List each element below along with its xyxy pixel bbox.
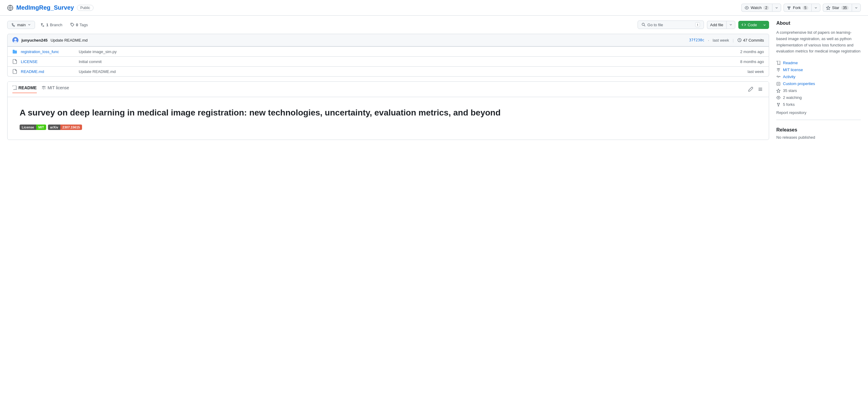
license-badge: License MIT [20,125,46,130]
mit-license-tab-label: MIT license [48,85,69,90]
license-badge-label: License [20,125,36,130]
fork-button[interactable]: Fork 5 [783,4,811,12]
sidebar-link-readme[interactable]: Readme [776,59,861,66]
raw-readme-button[interactable] [757,86,764,93]
commit-author-avatar [12,37,19,43]
folder-icon [12,49,17,54]
repo-globe-icon [7,5,13,11]
pencil-icon [748,87,753,92]
file-name-folder[interactable]: registration_loss_func [21,50,75,54]
history-icon [737,38,742,42]
branch-count-item[interactable]: 1 Branch [38,23,65,27]
file-table: registration_loss_func Update image_sim.… [7,46,769,76]
toolbar: main 1 Branch 0 Tags [7,21,769,29]
commits-label: 47 Commits [743,38,764,42]
sidebar-link-custom-properties[interactable]: Custom properties [776,80,861,87]
sidebar-link-activity[interactable]: Activity [776,73,861,80]
tab-mit-license[interactable]: MIT license [42,85,69,93]
sidebar-link-license[interactable]: MIT license [776,66,861,73]
sidebar-link-watching[interactable]: 2 watching [776,94,861,101]
table-row: LICENSE Initial commit 8 months ago [7,56,769,66]
file-time-readme: last week [728,69,764,74]
book-icon [12,86,17,90]
file-name-readme[interactable]: README.md [21,69,75,74]
tab-readme[interactable]: README [12,85,37,93]
file-icon-readme [12,69,17,74]
eye-sidebar-icon [776,96,780,100]
sidebar-link-forks[interactable]: 5 forks [776,101,861,108]
add-file-button[interactable]: Add file [707,21,726,29]
code-dropdown-button[interactable] [760,21,769,29]
about-description: A comprehensive list of papers on learni… [776,30,861,55]
star-button[interactable]: Star 35 [823,4,852,12]
activity-link[interactable]: Activity [783,74,795,79]
readme-actions [747,86,764,93]
commit-meta: 37f230c · last week | 47 Commits [689,38,764,42]
watch-btn-group: Watch 2 [741,4,781,12]
releases-empty-label: No releases published [776,135,861,140]
license-badge-value: MIT [36,125,46,130]
add-file-dropdown-button[interactable] [726,21,735,29]
svg-point-5 [642,23,644,26]
commit-bar: junyuchen245 Update README.md 37f230c · … [7,34,769,46]
svg-point-23 [777,103,778,104]
readme-link[interactable]: Readme [783,61,798,65]
custom-properties-icon [776,82,780,86]
svg-point-22 [778,97,779,98]
star-label: Star [832,5,839,10]
watch-dropdown-button[interactable] [772,4,781,12]
svg-point-4 [71,24,72,25]
star-icon [826,6,830,10]
stars-count: 35 stars [783,88,797,93]
fork-sidebar-icon [776,102,780,107]
license-link[interactable]: MIT license [783,68,803,72]
branch-selector-button[interactable]: main [7,21,35,29]
badge-row: License MIT arXiv 2307.15615 [20,125,757,130]
file-commit-readme: Update README.md [79,69,724,74]
svg-marker-2 [826,6,830,9]
code-icon [742,23,746,27]
code-button[interactable]: Code [738,21,760,29]
fork-dropdown-button[interactable] [811,4,820,12]
repo-actions: Watch 2 Fork 5 [741,4,861,12]
repo-title: MedImgReg_Survey Public [7,4,93,11]
sidebar-link-stars[interactable]: 35 stars [776,87,861,94]
repo-header: MedImgReg_Survey Public Watch 2 [0,0,868,16]
commit-message: Update README.md [51,38,88,42]
watch-button[interactable]: Watch 2 [741,4,772,12]
chevron-down-icon-branch [27,23,31,27]
svg-point-24 [779,103,780,104]
sidebar: About A comprehensive list of papers on … [776,21,861,140]
file-name-license[interactable]: LICENSE [21,59,75,64]
star-sidebar-icon [776,89,780,93]
add-file-btn-group: Add file [707,21,735,29]
star-dropdown-button[interactable] [852,4,861,12]
readme-header: README MIT license [7,82,769,97]
report-repository-link[interactable]: Report repository [776,110,861,115]
code-label: Code [748,23,757,27]
branch-label: Branch [50,23,62,27]
chevron-down-icon-addfile [729,23,733,27]
repo-name[interactable]: MedImgReg_Survey [16,4,74,11]
svg-rect-18 [777,82,780,85]
arxiv-badge-value: 2307.15615 [60,125,82,130]
commit-hash[interactable]: 37f230c [689,38,705,42]
search-placeholder: Go to file [648,23,663,27]
commit-author-name[interactable]: junyuchen245 [22,38,48,42]
eye-icon [745,6,749,10]
custom-properties-link[interactable]: Custom properties [783,81,815,86]
fork-count: 5 [803,6,808,10]
search-icon [642,23,646,27]
table-row: README.md Update README.md last week [7,66,769,76]
tag-count-item[interactable]: 0 Tags [68,23,91,27]
visibility-badge: Public [77,5,93,11]
readme-title: A survey on deep learning in medical ima… [20,107,757,119]
edit-readme-button[interactable] [747,86,754,93]
commits-count-link[interactable]: 47 Commits [737,38,764,42]
goto-file-search[interactable]: Go to file t [638,21,704,29]
svg-marker-21 [777,89,780,93]
file-commit-license: Initial commit [79,59,724,64]
sidebar-divider [776,120,861,120]
content-area: main 1 Branch 0 Tags [7,21,769,140]
chevron-down-icon-star [855,6,858,10]
